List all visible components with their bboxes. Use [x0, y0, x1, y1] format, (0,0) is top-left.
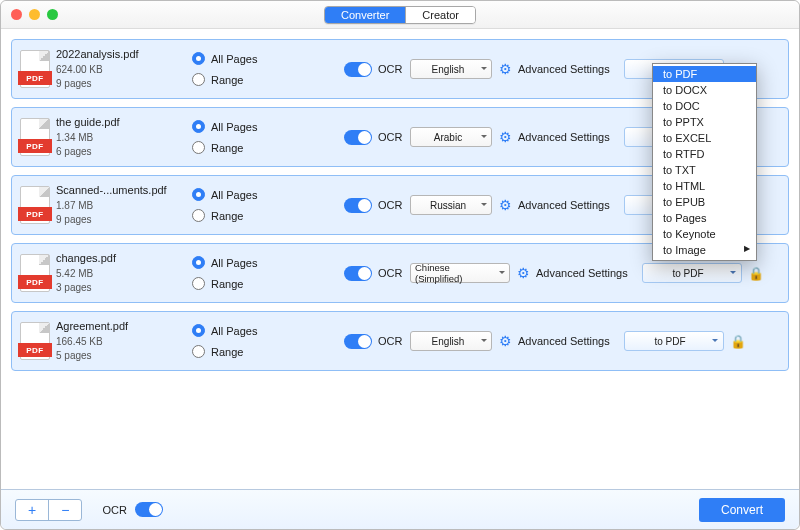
range-label: Range — [211, 142, 243, 154]
ocr-label: OCR — [378, 63, 402, 75]
file-size: 624.00 KB — [56, 63, 186, 77]
gear-icon: ⚙ — [498, 334, 513, 349]
close-icon[interactable] — [11, 9, 22, 20]
advanced-settings-label: Advanced Settings — [518, 335, 610, 347]
advanced-settings-label: Advanced Settings — [518, 131, 610, 143]
advanced-settings-button[interactable]: ⚙Advanced Settings — [498, 334, 618, 349]
range-radio[interactable]: Range — [192, 209, 282, 222]
pdf-file-icon — [20, 254, 50, 292]
format-option[interactable]: to Image — [653, 242, 756, 258]
footer: + − OCR Convert — [1, 489, 799, 529]
footer-ocr-label: OCR — [102, 504, 126, 516]
format-option[interactable]: to TXT — [653, 162, 756, 178]
gear-icon: ⚙ — [516, 266, 531, 281]
fullscreen-icon[interactable] — [47, 9, 58, 20]
tab-converter[interactable]: Converter — [325, 7, 405, 23]
all-pages-radio[interactable]: All Pages — [192, 256, 282, 269]
format-option[interactable]: to DOCX — [653, 82, 756, 98]
language-select[interactable]: Russian — [410, 195, 492, 215]
tab-creator[interactable]: Creator — [405, 7, 475, 23]
advanced-settings-button[interactable]: ⚙Advanced Settings — [498, 198, 618, 213]
ocr-toggle[interactable] — [344, 62, 372, 77]
advanced-settings-button[interactable]: ⚙Advanced Settings — [498, 62, 618, 77]
add-remove-group: + − — [15, 499, 82, 521]
file-name: Scanned-...uments.pdf — [56, 183, 186, 198]
window: Converter Creator 2022analysis.pdf624.00… — [0, 0, 800, 530]
format-option[interactable]: to EXCEL — [653, 130, 756, 146]
advanced-settings-label: Advanced Settings — [536, 267, 628, 279]
format-option[interactable]: to Pages — [653, 210, 756, 226]
footer-ocr-toggle[interactable] — [135, 502, 163, 517]
gear-icon: ⚙ — [498, 62, 513, 77]
file-size: 1.34 MB — [56, 131, 186, 145]
output-format-select[interactable]: to PDF — [642, 263, 742, 283]
file-meta: 2022analysis.pdf624.00 KB9 pages — [56, 47, 186, 90]
minimize-icon[interactable] — [29, 9, 40, 20]
all-pages-radio[interactable]: All Pages — [192, 52, 282, 65]
all-pages-radio[interactable]: All Pages — [192, 120, 282, 133]
ocr-label: OCR — [378, 335, 402, 347]
page-range-group: All PagesRange — [192, 324, 282, 358]
advanced-settings-label: Advanced Settings — [518, 63, 610, 75]
page-range-group: All PagesRange — [192, 188, 282, 222]
all-pages-label: All Pages — [211, 121, 257, 133]
gear-icon: ⚙ — [498, 198, 513, 213]
format-option[interactable]: to PDF — [653, 66, 756, 82]
ocr-toggle[interactable] — [344, 266, 372, 281]
format-option[interactable]: to DOC — [653, 98, 756, 114]
range-radio[interactable]: Range — [192, 345, 282, 358]
file-pages: 6 pages — [56, 145, 186, 159]
add-file-button[interactable]: + — [16, 500, 48, 520]
language-select[interactable]: Chinese (Simplified) — [410, 263, 510, 283]
mode-segmented-control: Converter Creator — [324, 6, 476, 24]
all-pages-label: All Pages — [211, 325, 257, 337]
all-pages-label: All Pages — [211, 257, 257, 269]
format-option[interactable]: to RTFD — [653, 146, 756, 162]
all-pages-radio[interactable]: All Pages — [192, 188, 282, 201]
ocr-toggle[interactable] — [344, 130, 372, 145]
file-name: Agreement.pdf — [56, 319, 186, 334]
lock-icon[interactable]: 🔒 — [730, 334, 744, 349]
file-name: 2022analysis.pdf — [56, 47, 186, 62]
lock-icon[interactable]: 🔒 — [748, 266, 762, 281]
range-radio[interactable]: Range — [192, 141, 282, 154]
convert-button[interactable]: Convert — [699, 498, 785, 522]
ocr-group: OCR — [344, 266, 404, 281]
advanced-settings-label: Advanced Settings — [518, 199, 610, 211]
pdf-file-icon — [20, 118, 50, 156]
range-label: Range — [211, 210, 243, 222]
file-size: 1.87 MB — [56, 199, 186, 213]
file-pages: 9 pages — [56, 213, 186, 227]
ocr-toggle[interactable] — [344, 334, 372, 349]
pdf-file-icon — [20, 50, 50, 88]
format-option[interactable]: to HTML — [653, 178, 756, 194]
file-name: the guide.pdf — [56, 115, 186, 130]
file-pages: 9 pages — [56, 77, 186, 91]
format-option[interactable]: to PPTX — [653, 114, 756, 130]
format-option[interactable]: to EPUB — [653, 194, 756, 210]
range-label: Range — [211, 346, 243, 358]
advanced-settings-button[interactable]: ⚙Advanced Settings — [498, 130, 618, 145]
pdf-file-icon — [20, 186, 50, 224]
file-meta: Agreement.pdf166.45 KB5 pages — [56, 319, 186, 362]
range-label: Range — [211, 278, 243, 290]
format-option[interactable]: to Keynote — [653, 226, 756, 242]
range-radio[interactable]: Range — [192, 73, 282, 86]
range-radio[interactable]: Range — [192, 277, 282, 290]
advanced-settings-button[interactable]: ⚙Advanced Settings — [516, 266, 636, 281]
remove-file-button[interactable]: − — [48, 500, 81, 520]
ocr-label: OCR — [378, 267, 402, 279]
window-controls — [11, 9, 58, 20]
language-select[interactable]: English — [410, 59, 492, 79]
file-size: 5.42 MB — [56, 267, 186, 281]
file-meta: the guide.pdf1.34 MB6 pages — [56, 115, 186, 158]
range-label: Range — [211, 74, 243, 86]
ocr-label: OCR — [378, 199, 402, 211]
language-select[interactable]: English — [410, 331, 492, 351]
ocr-toggle[interactable] — [344, 198, 372, 213]
page-range-group: All PagesRange — [192, 256, 282, 290]
output-format-select[interactable]: to PDF — [624, 331, 724, 351]
language-select[interactable]: Arabic — [410, 127, 492, 147]
file-row: Agreement.pdf166.45 KB5 pagesAll PagesRa… — [11, 311, 789, 371]
all-pages-radio[interactable]: All Pages — [192, 324, 282, 337]
